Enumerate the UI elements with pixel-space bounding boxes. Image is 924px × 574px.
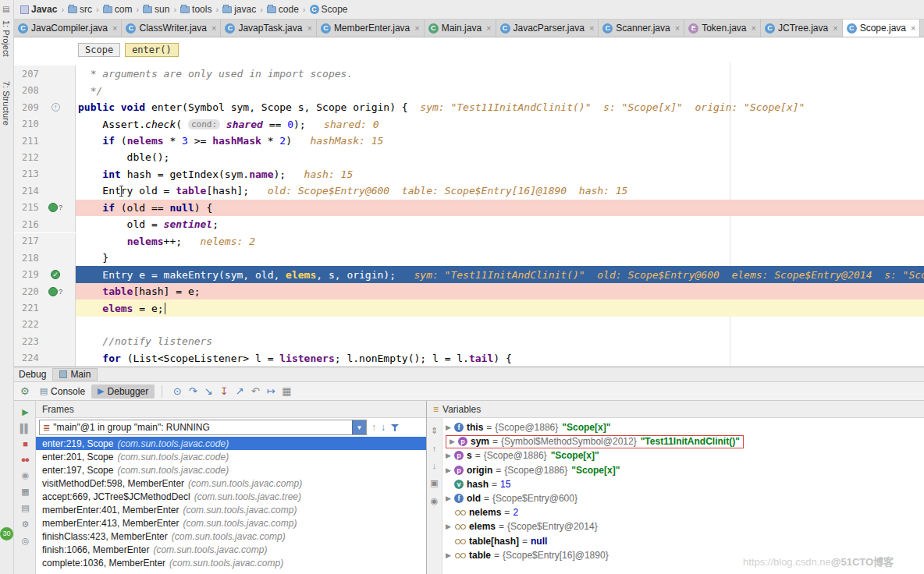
step-into-button[interactable]: ↘: [201, 385, 216, 397]
breakpoint-icon[interactable]: [48, 287, 58, 296]
tab-console[interactable]: ▤Console: [34, 384, 91, 399]
frame-row[interactable]: enter:201, Scope(com.sun.tools.javac.cod…: [36, 450, 426, 463]
tab-memberenter.java[interactable]: CMemberEnter.java×: [317, 19, 425, 37]
sidebar-item-structure[interactable]: 7: Structure: [2, 81, 11, 126]
code-line-212[interactable]: 212 dble();: [14, 149, 924, 165]
tool-windows-icon[interactable]: ▤: [2, 5, 9, 13]
code-line-210[interactable]: 210 Assert.check( cond: shared == 0); sh…: [14, 115, 924, 132]
close-icon[interactable]: ×: [675, 23, 680, 33]
code-line-223[interactable]: 223 //notify listeners: [14, 333, 924, 349]
close-icon[interactable]: ×: [911, 23, 915, 33]
breadcrumb-method[interactable]: enter(): [125, 43, 179, 57]
tab-scanner.java[interactable]: CScanner.java×: [599, 19, 684, 37]
step-out-button[interactable]: ↗: [232, 385, 247, 397]
add-watch-icon[interactable]: ◉: [427, 496, 442, 506]
tab-token.java[interactable]: EToken.java×: [684, 19, 761, 37]
drop-frame-button[interactable]: ↶: [247, 385, 263, 397]
breadcrumb-item-code[interactable]: code: [265, 4, 300, 15]
frame-row[interactable]: finishClass:423, MemberEnter(com.sun.too…: [36, 530, 426, 543]
variable-row[interactable]: ▶fthis={Scope@1886}"Scope[x]": [442, 420, 924, 434]
tab-debugger[interactable]: ▶Debugger: [91, 384, 155, 399]
tab-scope.java[interactable]: CScope.java×: [843, 19, 921, 37]
code-line-222[interactable]: 222: [14, 317, 924, 333]
settings-gear-button[interactable]: ⚙: [14, 519, 35, 530]
expand-arrow-icon[interactable]: ▶: [446, 494, 454, 502]
stop-button[interactable]: ■: [14, 439, 35, 448]
step-over-button[interactable]: ↷: [185, 385, 201, 397]
pin-button[interactable]: ◎: [14, 536, 35, 546]
code-line-211[interactable]: 211 if (nelems * 3 >= hashMask * 2) hash…: [14, 133, 924, 149]
sidebar-item-project[interactable]: 1: Project: [2, 20, 11, 56]
breakpoint-hit-icon[interactable]: ✓: [51, 270, 60, 279]
breadcrumb-item-com[interactable]: com: [101, 4, 134, 15]
close-icon[interactable]: ×: [414, 23, 419, 33]
debug-session-tab[interactable]: Main: [52, 368, 98, 381]
frame-row[interactable]: finish:1066, MemberEnter(com.sun.tools.j…: [36, 543, 426, 556]
thread-selector[interactable]: ≣ "main"@1 in group "main": RUNNING ▼: [39, 420, 367, 435]
code-line-213[interactable]: 213 int hash = getIndex(sym.name); hash:…: [14, 166, 924, 182]
breadcrumb-item-javac[interactable]: javac: [221, 4, 258, 15]
expand-arrow-icon[interactable]: ▶: [446, 523, 454, 530]
next-frame-icon[interactable]: ↓: [381, 422, 386, 433]
variable-row[interactable]: nelems=2: [442, 505, 924, 519]
frame-row[interactable]: enter:197, Scope(com.sun.tools.javac.cod…: [36, 463, 426, 477]
variable-row[interactable]: table[hash]=null: [442, 534, 924, 548]
expand-arrow-icon[interactable]: ▶: [446, 551, 454, 559]
breadcrumb-item-tools[interactable]: tools: [179, 4, 213, 15]
variable-row[interactable]: vhash=15: [442, 477, 924, 491]
expand-arrow-icon[interactable]: ▶: [446, 452, 454, 459]
breadcrumb-item-sun[interactable]: sun: [141, 4, 171, 15]
code-line-214[interactable]: 214 Entry old = table[hash]; old: Scope$…: [14, 182, 924, 199]
variable-row[interactable]: ▶elems={Scope$Entry@2014}: [442, 519, 924, 533]
variable-row[interactable]: ▶psym={Symbol$MethodSymbol@2012}"Test11I…: [442, 434, 924, 448]
code-line-224[interactable]: 224 for (List<ScopeListener> l = listene…: [14, 350, 924, 367]
variable-row[interactable]: ▶fold={Scope$Entry@600}: [442, 491, 924, 505]
frame-row[interactable]: complete:1036, MemberEnter(com.sun.tools…: [36, 556, 426, 569]
copy-value-icon[interactable]: ▣: [427, 478, 442, 488]
settings-gear-icon[interactable]: ⚙: [20, 385, 30, 397]
frame-row[interactable]: accept:669, JCTree$JCMethodDecl(com.sun.…: [36, 490, 426, 503]
code-line-215[interactable]: 215? if (old == null) {: [14, 200, 924, 216]
tab-javaptask.java[interactable]: CJavapTask.java×: [221, 19, 316, 37]
breadcrumb-class[interactable]: Scope: [78, 43, 120, 57]
code-line-209[interactable]: 209↑public void enter(Symbol sym, Scope …: [14, 99, 924, 115]
breadcrumb-item-scope[interactable]: CScope: [308, 4, 350, 15]
breakpoint-icon[interactable]: [48, 203, 58, 212]
tab-main.java[interactable]: CMain.java×: [425, 19, 496, 37]
mute-breakpoints-button[interactable]: ◉: [14, 470, 35, 480]
close-icon[interactable]: ×: [307, 23, 311, 33]
hide-frames-filter-icon[interactable]: [390, 423, 400, 432]
previous-frame-icon[interactable]: ↑: [371, 422, 376, 433]
code-line-207[interactable]: 207 * arguments are only used in import …: [14, 66, 924, 82]
restore-layout-button[interactable]: ▦: [14, 487, 35, 497]
resume-button[interactable]: ▶: [14, 407, 35, 417]
frame-row[interactable]: enter:219, Scope(com.sun.tools.javac.cod…: [36, 437, 426, 450]
expand-arrow-icon[interactable]: ▶: [446, 423, 454, 431]
sort-icon[interactable]: ⇕: [427, 426, 442, 436]
close-icon[interactable]: ×: [752, 23, 756, 33]
frame-row[interactable]: memberEnter:401, MemberEnter(com.sun.too…: [36, 503, 426, 516]
move-up-icon[interactable]: ↑: [427, 444, 442, 453]
tab-jctree.java[interactable]: CJCTree.java×: [761, 19, 843, 37]
tab-javacparser.java[interactable]: CJavacParser.java×: [496, 19, 599, 37]
code-line-216[interactable]: 216 old = sentinel;: [14, 216, 924, 232]
move-down-icon[interactable]: ↓: [427, 461, 442, 470]
variable-row[interactable]: ▶porigin={Scope@1886}"Scope[x]": [442, 463, 924, 477]
tab-classwriter.java[interactable]: CClassWriter.java×: [122, 19, 221, 37]
code-line-217[interactable]: 217 nelems++; nelems: 2: [14, 233, 924, 250]
code-line-218[interactable]: 218 }: [14, 250, 924, 266]
pause-button[interactable]: ▌▌: [14, 423, 35, 433]
code-line-220[interactable]: 220? table[hash] = e;: [14, 283, 924, 299]
frame-row[interactable]: visitMethodDef:598, MemberEnter(com.sun.…: [36, 477, 426, 490]
expand-arrow-icon[interactable]: ▶: [446, 466, 454, 474]
close-icon[interactable]: ×: [486, 23, 491, 33]
close-icon[interactable]: ×: [833, 23, 837, 33]
show-execution-point-button[interactable]: ⊙: [169, 385, 185, 397]
tab-javacompiler.java[interactable]: CJavaCompiler.java×: [14, 19, 122, 37]
run-to-cursor-button[interactable]: ↦: [263, 385, 279, 397]
code-editor[interactable]: 207 * arguments are only used in import …: [14, 62, 924, 367]
code-line-208[interactable]: 208 */: [14, 82, 924, 98]
expand-arrow-icon[interactable]: ▶: [450, 438, 458, 445]
variable-row[interactable]: ▶ps={Scope@1886}"Scope[x]": [442, 448, 924, 462]
chevron-down-icon[interactable]: ▼: [352, 420, 366, 434]
